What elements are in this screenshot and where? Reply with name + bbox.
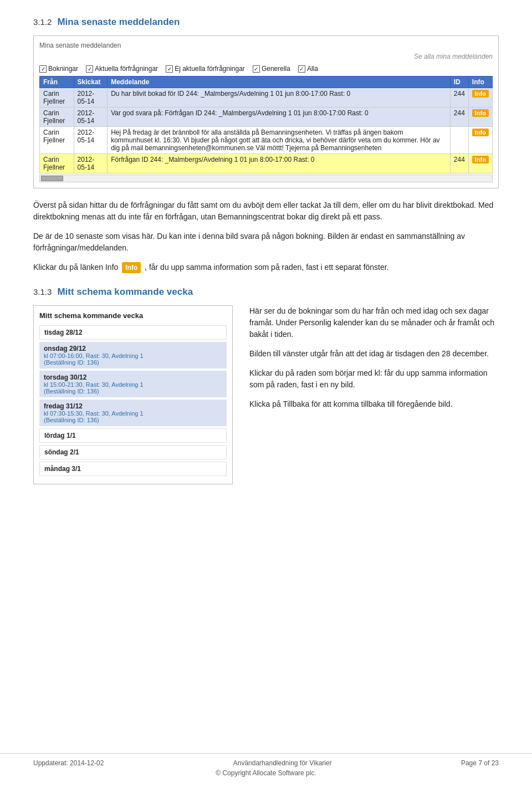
filter-aktuella[interactable]: ✓ Aktuella förfrågningar xyxy=(86,65,158,73)
cell-info[interactable]: Info xyxy=(468,127,492,154)
col-info: Info xyxy=(468,76,492,88)
cell-sent: 2012-05-14 xyxy=(74,127,108,154)
filter-generella[interactable]: ✓ Generella xyxy=(253,65,290,73)
filter-bokningar[interactable]: ✓ Bokningar xyxy=(39,65,78,73)
cell-message: Förfrågan ID 244: _Malmbergs/Avdelning 1… xyxy=(108,154,451,173)
schema-box: Mitt schema kommande vecka tisdag 28/12 … xyxy=(33,305,233,484)
footer-copyright: © Copyright Allocate Software plc. xyxy=(33,769,499,777)
col-skickat: Skickat xyxy=(74,76,108,88)
schema-para-2: Bilden till vänster utgår från att det i… xyxy=(249,348,499,360)
section-312-heading: 3.1.2 Mina senaste meddelanden xyxy=(33,17,499,28)
schema-day-wednesday[interactable]: onsdag 29/12 kl 07:00-16:00, Rast: 30, A… xyxy=(39,342,227,369)
schema-day-sunday: söndag 2/1 xyxy=(39,445,227,459)
inline-info-badge: Info xyxy=(122,262,141,273)
col-id: ID xyxy=(450,76,468,88)
footer-doc-title: Användarhandledning för Vikarier xyxy=(233,759,332,767)
section-312-number: 3.1.2 xyxy=(33,17,52,27)
scrollbar[interactable] xyxy=(39,175,493,182)
day-label: torsdag 30/12 xyxy=(44,373,222,381)
body-para-2: De är de 10 senaste som visas här. Du ka… xyxy=(33,231,499,254)
cell-sent: 2012-05-14 xyxy=(74,108,108,127)
generella-checkbox[interactable]: ✓ xyxy=(253,65,260,73)
schema-day-monday: måndag 3/1 xyxy=(39,462,227,476)
cell-from: Carin Fjellner xyxy=(40,127,74,154)
day-label: måndag 3/1 xyxy=(44,465,81,473)
filter-generella-label: Generella xyxy=(262,65,290,73)
cell-info[interactable]: Info xyxy=(468,88,492,108)
schema-day-saturday: lördag 1/1 xyxy=(39,428,227,443)
day-detail-2: (Beställning ID: 136) xyxy=(44,359,222,366)
filter-alla[interactable]: ✓ Alla xyxy=(298,65,318,73)
day-label: onsdag 29/12 xyxy=(44,345,222,352)
table-row: Carin Fjellner 2012-05-14 Var god svara … xyxy=(40,108,493,127)
day-detail-1: kl 15:00-21:30, Rast: 30, Avdelning 1 xyxy=(44,381,222,388)
table-row: Carin Fjellner 2012-05-14 Förfrågan ID 2… xyxy=(40,154,493,173)
schema-text: Här ser du de bokningar som du har från … xyxy=(249,305,499,418)
footer-updated: Uppdaterat: 2014-12-02 xyxy=(33,759,104,767)
cell-id: 244 xyxy=(450,88,468,108)
cell-from: Carin Fjellner xyxy=(40,108,74,127)
day-label: fredag 31/12 xyxy=(44,402,222,410)
info-badge[interactable]: Info xyxy=(472,156,489,163)
body-para-3: Klickar du på länken Info Info , får du … xyxy=(33,262,499,273)
section-313-title: Mitt schema kommande vecka xyxy=(57,286,193,298)
schema-para-1: Här ser du de bokningar som du har från … xyxy=(249,305,499,340)
messages-table: Från Skickat Meddelande ID Info Carin Fj… xyxy=(39,76,493,173)
section-313-heading: 3.1.3 Mitt schema kommande vecka xyxy=(33,286,499,298)
cell-id: 244 xyxy=(450,108,468,127)
filter-aktuella-label: Aktuella förfrågningar xyxy=(95,65,158,73)
messages-box-title: Mina senaste meddelanden xyxy=(39,42,493,49)
cell-id xyxy=(450,127,468,154)
see-all-messages-link[interactable]: Se alla mina meddelanden xyxy=(39,53,493,60)
cell-message: Du har blivit bokad för ID 244: _Malmber… xyxy=(108,88,451,108)
page-footer: Uppdaterat: 2014-12-02 Användarhandledni… xyxy=(0,753,532,777)
info-badge[interactable]: Info xyxy=(472,90,489,98)
cell-from: Carin Fjellner xyxy=(40,88,74,108)
col-fran: Från xyxy=(40,76,74,88)
section-313-number: 3.1.3 xyxy=(33,287,52,296)
info-badge[interactable]: Info xyxy=(472,109,489,117)
message-filters: ✓ Bokningar ✓ Aktuella förfrågningar ✓ E… xyxy=(39,65,493,73)
section-312-title: Mina senaste meddelanden xyxy=(57,17,180,28)
cell-message: Var god svara på: Förfrågan ID 244: _Mal… xyxy=(108,108,451,127)
footer-top: Uppdaterat: 2014-12-02 Användarhandledni… xyxy=(33,759,499,767)
table-row: Carin Fjellner 2012-05-14 Du har blivit … xyxy=(40,88,493,108)
col-meddelande: Meddelande xyxy=(108,76,451,88)
schema-para-3: Klickar du på raden som börjar med kl: f… xyxy=(249,367,499,391)
cell-from: Carin Fjellner xyxy=(40,154,74,173)
schema-day-thursday[interactable]: torsdag 30/12 kl 15:00-21:30, Rast: 30, … xyxy=(39,371,227,397)
schema-layout: Mitt schema kommande vecka tisdag 28/12 … xyxy=(33,305,499,484)
bokningar-checkbox[interactable]: ✓ xyxy=(39,65,47,73)
cell-message: Hej På fredag är det brännboll för alla … xyxy=(108,127,451,154)
schema-box-title: Mitt schema kommande vecka xyxy=(39,311,227,320)
messages-screenshot-box: Mina senaste meddelanden Se alla mina me… xyxy=(33,35,499,188)
filter-alla-label: Alla xyxy=(307,65,318,73)
cell-id: 244 xyxy=(450,154,468,173)
cell-info[interactable]: Info xyxy=(468,154,492,173)
filter-ej-aktuella-label: Ej aktuella förfrågningar xyxy=(175,65,245,73)
info-badge[interactable]: Info xyxy=(472,129,489,136)
body-para-1: Överst på sidan hittar du de förfrågning… xyxy=(33,199,499,223)
filter-bokningar-label: Bokningar xyxy=(48,65,78,73)
day-label: tisdag 28/12 xyxy=(44,329,83,336)
schema-day-friday[interactable]: fredag 31/12 kl 07:30-15:30, Rast: 30, A… xyxy=(39,400,227,426)
scrollbar-thumb[interactable] xyxy=(41,176,63,181)
day-label: söndag 2/1 xyxy=(44,448,79,456)
schema-para-4: Klicka på Tillbaka för att komma tillbak… xyxy=(249,398,499,410)
day-detail-2: (Beställning ID: 136) xyxy=(44,388,222,395)
copyright-text: © Copyright Allocate Software plc. xyxy=(216,769,316,777)
para3-suffix: , får du upp samma information som på ra… xyxy=(145,263,388,272)
cell-sent: 2012-05-14 xyxy=(74,88,108,108)
table-row: Carin Fjellner 2012-05-14 Hej På fredag … xyxy=(40,127,493,154)
schema-day-tuesday: tisdag 28/12 xyxy=(39,325,227,340)
cell-sent: 2012-05-14 xyxy=(74,154,108,173)
aktuella-checkbox[interactable]: ✓ xyxy=(86,65,93,73)
cell-info[interactable]: Info xyxy=(468,108,492,127)
day-detail-1: kl 07:30-15:30, Rast: 30, Avdelning 1 xyxy=(44,410,222,417)
ej-aktuella-checkbox[interactable]: ✓ xyxy=(166,65,173,73)
day-label: lördag 1/1 xyxy=(44,432,76,439)
filter-ej-aktuella[interactable]: ✓ Ej aktuella förfrågningar xyxy=(166,65,245,73)
day-detail-1: kl 07:00-16:00, Rast: 30, Avdelning 1 xyxy=(44,352,222,359)
alla-checkbox[interactable]: ✓ xyxy=(298,65,305,73)
para3-prefix: Klickar du på länken Info xyxy=(33,263,118,272)
